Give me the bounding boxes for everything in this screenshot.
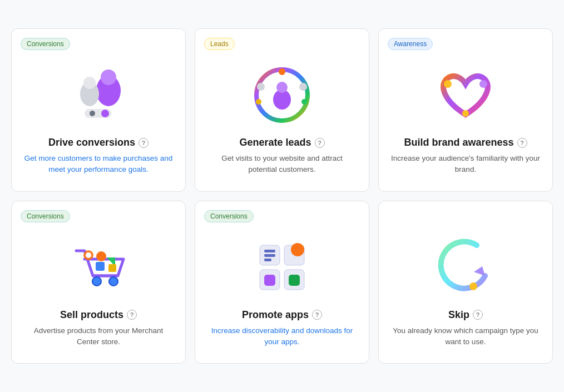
icon-sell-products (62, 231, 135, 304)
campaign-type-grid: Conversions Drive conversions ? Get more… (0, 17, 564, 375)
card-build-awareness[interactable]: Awareness Build brand awareness ? Increa… (378, 28, 553, 192)
svg-point-3 (83, 77, 96, 89)
desc-drive-conversions: Get more customers to make purchases and… (23, 153, 174, 176)
svg-point-13 (256, 99, 261, 105)
help-icon-generate-leads[interactable]: ? (315, 138, 325, 148)
svg-point-17 (462, 110, 469, 117)
svg-rect-32 (264, 259, 271, 261)
help-icon-sell-products[interactable]: ? (127, 310, 137, 320)
desc-sell-products: Advertise products from your Merchant Ce… (23, 325, 174, 348)
svg-point-15 (444, 80, 452, 88)
desc-promote-apps: Increase discoverability and downloads f… (206, 325, 358, 348)
card-generate-leads[interactable]: Leads Generate leads ? Get vis (195, 28, 369, 192)
icon-promote-apps (246, 231, 318, 304)
help-icon-build-awareness[interactable]: ? (517, 138, 527, 148)
title-promote-apps: Promote apps ? (242, 309, 322, 321)
title-drive-conversions: Drive conversions ? (48, 137, 149, 148)
svg-point-5 (101, 110, 109, 117)
svg-point-14 (301, 99, 307, 105)
svg-point-6 (90, 111, 95, 116)
svg-marker-36 (474, 266, 485, 276)
svg-rect-23 (108, 264, 116, 272)
svg-point-9 (276, 82, 288, 93)
svg-rect-31 (264, 254, 275, 257)
badge-build-awareness: Awareness (388, 38, 433, 50)
icon-drive-conversions (62, 59, 135, 131)
svg-point-25 (86, 252, 91, 258)
svg-rect-34 (264, 275, 275, 286)
desc-build-awareness: Increase your audience's familiarity wit… (390, 153, 541, 176)
badge-drive-conversions: Conversions (21, 38, 70, 50)
title-generate-leads: Generate leads ? (239, 137, 324, 148)
svg-point-22 (96, 251, 106, 261)
svg-point-16 (479, 80, 487, 88)
svg-rect-35 (289, 275, 300, 286)
icon-build-awareness (429, 59, 502, 131)
title-build-awareness: Build brand awareness ? (404, 137, 527, 148)
card-promote-apps[interactable]: Conversions Promote apps ? Increase disc… (195, 201, 369, 364)
svg-rect-20 (96, 262, 105, 271)
svg-rect-30 (264, 250, 275, 252)
card-sell-products[interactable]: Conversions Sell products ? Advertise pr… (11, 201, 186, 364)
desc-generate-leads: Get visits to your website and attract p… (206, 153, 358, 176)
desc-skip: You already know which campaign type you… (390, 325, 541, 348)
svg-point-12 (279, 68, 285, 75)
card-drive-conversions[interactable]: Conversions Drive conversions ? Get more… (11, 28, 186, 192)
icon-generate-leads (246, 59, 318, 131)
svg-point-1 (101, 70, 116, 85)
icon-skip (429, 231, 502, 304)
svg-point-10 (257, 83, 265, 91)
svg-point-18 (92, 277, 101, 286)
help-icon-skip[interactable]: ? (473, 310, 483, 320)
svg-point-11 (299, 83, 307, 91)
badge-generate-leads: Leads (204, 38, 235, 50)
title-skip: Skip ? (448, 309, 483, 321)
help-icon-drive-conversions[interactable]: ? (138, 138, 149, 148)
badge-sell-products: Conversions (21, 210, 70, 222)
badge-promote-apps: Conversions (204, 210, 254, 222)
card-skip[interactable]: Skip ? You already know which campaign t… (378, 201, 553, 364)
svg-point-33 (291, 243, 304, 256)
svg-point-37 (469, 282, 477, 290)
svg-point-19 (109, 277, 118, 286)
title-sell-products: Sell products ? (60, 309, 137, 321)
help-icon-promote-apps[interactable]: ? (312, 310, 322, 320)
